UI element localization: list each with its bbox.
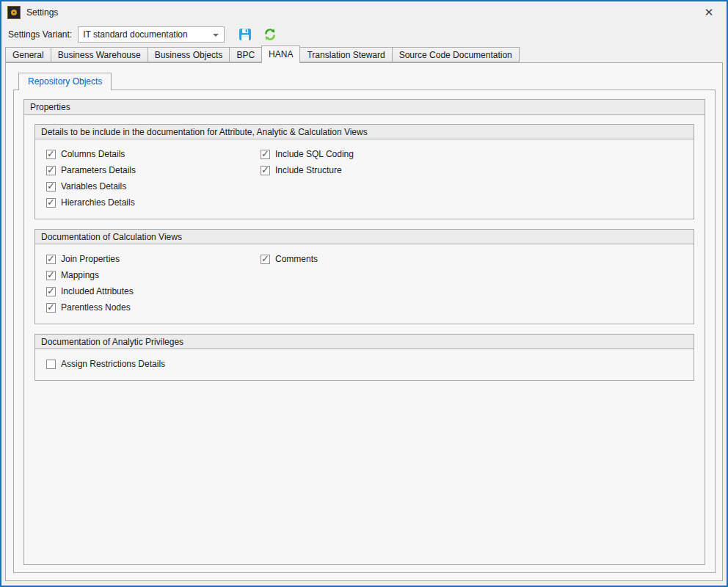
tab-business-warehouse[interactable]: Business Warehouse (51, 47, 148, 62)
checkbox-label: Include SQL Coding (275, 149, 354, 159)
checkbox-label: Assign Restrictions Details (61, 359, 165, 369)
settings-variant-label: Settings Variant: (8, 29, 72, 40)
checkbox-label: Comments (275, 254, 318, 264)
checkbox-join-properties[interactable]: Join Properties (46, 254, 261, 264)
close-icon[interactable]: ✕ (696, 1, 722, 23)
settings-variant-value: IT standard documentation (83, 29, 188, 40)
checkbox-column-left: Join PropertiesMappingsIncluded Attribut… (46, 254, 261, 318)
refresh-button[interactable] (261, 26, 279, 43)
section-title: Details to be include in the documentati… (35, 125, 694, 139)
checkbox-column-left: Assign Restrictions Details (46, 359, 261, 375)
checkbox-columns-details[interactable]: Columns Details (46, 149, 261, 159)
section-documentation-of-calculation-views: Documentation of Calculation ViewsJoin P… (34, 229, 694, 324)
section-documentation-of-analytic-privileges: Documentation of Analytic PrivilegesAssi… (34, 334, 694, 381)
section-details-to-be-include: Details to be include in the documentati… (34, 124, 694, 219)
checkbox-hierarchies-details[interactable]: Hierarchies Details (46, 197, 261, 208)
settings-window: Settings ✕ Settings Variant: IT standard… (0, 0, 728, 587)
app-icon-ring (11, 10, 17, 15)
properties-group-title: Properties (24, 100, 705, 115)
checkbox-include-sql-coding[interactable]: Include SQL Coding (261, 149, 694, 159)
toolbar: Settings Variant: IT standard documentat… (1, 23, 727, 45)
section-body: Assign Restrictions Details (35, 349, 694, 380)
checkbox-parameters-details[interactable]: Parameters Details (46, 165, 261, 175)
checkbox-checked-icon (46, 150, 56, 159)
checkbox-checked-icon (46, 198, 56, 208)
checkbox-mappings[interactable]: Mappings (46, 270, 261, 280)
checkbox-label: Mappings (61, 270, 99, 280)
checkbox-checked-icon (46, 303, 56, 313)
refresh-icon (263, 28, 277, 41)
checkbox-label: Join Properties (61, 254, 120, 264)
chevron-down-icon (213, 34, 219, 37)
sub-tabstrip: Repository Objects (18, 72, 112, 90)
repository-objects-page: Properties Details to be include in the … (13, 90, 716, 573)
checkbox-checked-icon (46, 166, 56, 175)
save-icon (238, 27, 252, 42)
checkbox-checked-icon (46, 271, 56, 280)
checkbox-variables-details[interactable]: Variables Details (46, 181, 261, 192)
settings-variant-combobox[interactable]: IT standard documentation (78, 26, 225, 43)
tab-repository-objects[interactable]: Repository Objects (18, 73, 112, 90)
checkbox-checked-icon (261, 150, 270, 159)
checkbox-column-right: Include SQL CodingInclude Structure (261, 149, 694, 214)
tab-bpc[interactable]: BPC (229, 47, 262, 62)
checkbox-label: Parentless Nodes (61, 302, 131, 313)
properties-group: Properties Details to be include in the … (23, 99, 705, 565)
tab-business-objects[interactable]: Business Objects (148, 47, 230, 62)
tab-translation-steward[interactable]: Translation Steward (299, 47, 392, 62)
save-button[interactable] (236, 26, 254, 43)
app-icon (7, 6, 21, 19)
checkbox-column-right (261, 359, 694, 375)
window-title: Settings (26, 7, 58, 18)
section-title: Documentation of Calculation Views (35, 230, 694, 244)
tab-hana[interactable]: HANA (261, 45, 300, 63)
checkbox-included-attributes[interactable]: Included Attributes (46, 286, 261, 296)
checkbox-comments[interactable]: Comments (261, 254, 694, 264)
checkbox-assign-restrictions-details[interactable]: Assign Restrictions Details (46, 359, 261, 369)
checkbox-column-left: Columns DetailsParameters DetailsVariabl… (46, 149, 261, 214)
checkbox-label: Hierarchies Details (61, 197, 135, 208)
checkbox-checked-icon (46, 255, 56, 264)
checkbox-checked-icon (46, 287, 56, 296)
properties-sections: Details to be include in the documentati… (24, 115, 705, 381)
tab-general[interactable]: General (5, 47, 51, 62)
section-title: Documentation of Analytic Privileges (35, 335, 694, 349)
checkbox-checked-icon (261, 166, 270, 175)
checkbox-label: Variables Details (61, 181, 126, 192)
checkbox-label: Parameters Details (61, 165, 136, 175)
checkbox-label: Include Structure (275, 165, 342, 175)
titlebar[interactable]: Settings ✕ (1, 1, 727, 23)
section-body: Join PropertiesMappingsIncluded Attribut… (35, 244, 694, 324)
section-body: Columns DetailsParameters DetailsVariabl… (35, 139, 694, 219)
checkbox-include-structure[interactable]: Include Structure (261, 165, 694, 175)
checkbox-column-right: Comments (261, 254, 694, 318)
checkbox-checked-icon (46, 182, 56, 192)
checkbox-checked-icon (261, 255, 270, 264)
checkbox-parentless-nodes[interactable]: Parentless Nodes (46, 302, 261, 313)
checkbox-label: Included Attributes (61, 286, 134, 296)
checkbox-unchecked-icon (46, 360, 56, 369)
checkbox-label: Columns Details (61, 149, 125, 159)
tab-source-code-documentation[interactable]: Source Code Documentation (392, 47, 520, 62)
main-tabstrip: GeneralBusiness WarehouseBusiness Object… (5, 45, 519, 62)
hana-tab-page: Repository Objects Properties Details to… (5, 62, 723, 581)
